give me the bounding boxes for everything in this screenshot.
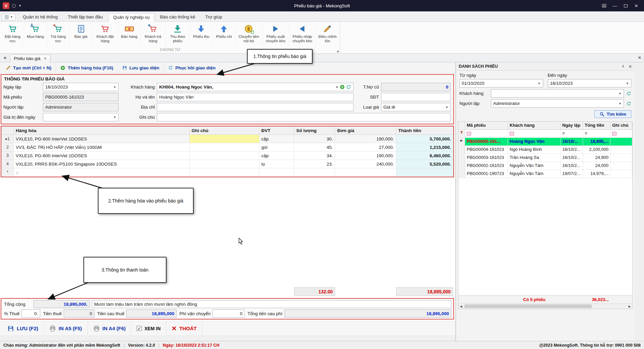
quick-access-icon[interactable] [12,4,16,8]
toolbar-mua-hang[interactable]: Mua hàng [24,23,47,48]
item-note-cell[interactable] [189,152,259,160]
filter-ghi-chu[interactable] [610,130,632,138]
item-total-cell[interactable]: 5,520,000. [396,160,453,168]
item-price-cell[interactable]: 240,000. [335,160,396,168]
ribbon-menu-button[interactable]: ▼ [2,14,15,20]
minimize-button[interactable]: — [610,2,620,10]
khach-hang-combo[interactable]: KH004, Hoàng Ngọc Vân, ▼ [157,83,353,91]
document-tab-phieu-bao-gia[interactable]: Phiếu báo giá ✕ [10,55,51,62]
item-price-cell[interactable]: 190,000. [335,152,396,160]
add-item-button[interactable]: Thêm hàng hóa (F10) [56,62,118,73]
scroll-right-icon[interactable]: ▶ [627,305,632,308]
dia-chi-field[interactable] [157,103,353,111]
ho-va-ten-field[interactable]: Hoàng Ngọc Vân [157,93,353,101]
tien-thue-field[interactable]: 0 [64,309,94,317]
col-dvt[interactable]: ĐVT [259,127,294,135]
refresh-customer-icon[interactable] [346,84,351,90]
new-item-name-cell[interactable]: -; [14,168,190,177]
filter-khach-hang[interactable] [508,130,561,138]
toolbar-thu-theo-phieu[interactable]: Thu theo phiếu [166,23,190,48]
item-total-cell[interactable]: 1,215,000. [396,143,453,152]
print-preview-checkbox[interactable]: ✓ XEM IN [131,321,166,336]
print-a5-button[interactable]: IN A5 (F5) [44,321,87,336]
item-name-cell[interactable]: VV3, ĐẶC TRỊ HÔ HẤP (Việt Viễn) 100GM [14,143,190,152]
grid-row[interactable]: PBG00002-161023 Nguyễn Văn Tám 16/10/2..… [458,162,632,170]
item-qty-cell[interactable]: 23. [294,160,335,168]
filter-tong-tien[interactable]: = [583,130,610,138]
search-button[interactable]: Tìm kiếm [594,110,631,118]
grid-col-tong-tien[interactable]: Tổng tiền [583,122,610,130]
loai-gia-combo[interactable]: Giá lẻ▼ [381,103,451,111]
toolbar-bao-gia[interactable]: Báo giá [70,23,92,48]
tien-sau-thue-field[interactable]: 18,895,000 [126,309,177,317]
toolbar-ban-hang[interactable]: Bán hàng [118,23,141,48]
phi-van-chuyen-field[interactable]: 0 [212,309,245,317]
item-price-cell[interactable]: 27,000. [335,143,396,152]
scroll-left-icon[interactable]: ◀ [458,305,464,308]
exit-button[interactable]: THOÁT [166,321,202,336]
pin-icon[interactable] [621,64,625,69]
tab-close-icon[interactable]: ✕ [44,56,47,61]
restore-layout-button[interactable]: Phục hồi giao diện [164,62,220,73]
panel-nguoi-lap-combo[interactable]: Administrator▼ [491,99,624,108]
new-item-row[interactable]: * -; [2,168,453,177]
tu-ngay-combo[interactable]: 01/10/2020▼ [459,79,543,88]
toolbar-chuyen-tien-noi-bo[interactable]: Chuyển tiền nội bộ [236,23,262,48]
thue-pct-field[interactable]: 0. [21,309,40,317]
grid-row[interactable]: PBG00003-161023 Trần Hoàng Sa 16/10/2...… [458,154,632,162]
ngay-lap-combo[interactable]: 16/10/2023▼ [43,83,119,91]
t-no-cu-field[interactable]: 0 [381,83,451,91]
nguoi-lap-field[interactable]: Administrator [43,103,119,111]
grid-col-ghi-chu[interactable]: Ghi chú [610,122,632,130]
grid-col-ma-phieu[interactable]: Mã phiếu [465,122,508,130]
toolbar-phieu-thu[interactable]: Phiếu thu [190,23,213,48]
ghi-chu-field[interactable] [157,113,451,121]
amount-in-words-field[interactable]: Mười tám triệu tám trăm chín mươi lăm ng… [92,300,451,308]
panel-close-icon[interactable]: ✕ [629,64,632,69]
item-note-cell[interactable] [189,160,259,168]
item-unit-cell[interactable]: lọ [259,160,294,168]
group-dialog-launcher-icon[interactable]: ◢ [336,49,339,53]
refresh-icon[interactable] [627,91,631,96]
col-don-gia[interactable]: Đơn giá [335,127,396,135]
item-note-cell[interactable] [189,135,259,143]
save-layout-button[interactable]: Lưu giao diện [118,62,164,73]
horizontal-scrollbar[interactable]: ◀ ▶ [458,303,632,309]
toolbar-dieu-chinh-ton[interactable]: Điều chỉnh tồn [316,23,339,48]
item-qty-cell[interactable]: 30. [294,135,335,143]
ribbon-tab-quan-ly-nghiep-vu[interactable]: Quản lý nghiệp vụ [108,13,155,22]
close-button[interactable]: ✕ [631,2,641,10]
grid-col-khach-hang[interactable]: Khách hàng [508,122,561,130]
toolbar-phieu-nhap-chuyen-kho[interactable]: Phiếu nhập chuyển kho [289,23,316,48]
refresh-icon[interactable] [627,101,631,106]
col-so-luong[interactable]: Số lượng [294,127,335,135]
item-name-cell[interactable]: VXLE20, PRRS BSK-PS100 Singapore 10DOSES [14,160,190,168]
ribbon-tab-tro-giup[interactable]: Trợ giúp [201,13,227,21]
col-hang-hoa[interactable]: Hàng hóa [14,127,190,135]
gia-tri-den-ngay-combo[interactable]: ▼ [43,113,119,121]
tong-cong-field[interactable]: 18,895,000. [34,300,90,308]
item-unit-cell[interactable]: cặp [259,152,294,160]
toolbar-dat-hang-ncc[interactable]: Đặt hàng ncc [1,23,24,48]
item-name-cell[interactable]: VXLE10, PG-600 InterVet 1DOSES [14,152,190,160]
toolbar-tra-hang-ncc[interactable]: Trả hàng ncc [47,23,70,48]
sdt-field[interactable] [381,93,451,101]
grid-row-selected[interactable]: ▶ PBG00005-161... Hoàng Ngọc Vân 16/10/.… [458,138,632,146]
ribbon-tab-quan-tri-he-thong[interactable]: Quản trị hệ thống [18,13,62,21]
col-thanh-tien[interactable]: Thành tiền [396,127,453,135]
print-a4-button[interactable]: IN A4 (F6) [88,321,131,336]
den-ngay-combo[interactable]: 16/10/2023▼ [548,79,632,88]
item-note-cell[interactable] [189,143,259,152]
grid-row[interactable]: PBG00001-190723 Nguyễn Văn Tám 19/07/2..… [458,170,632,178]
item-total-cell[interactable]: 5,700,000. [396,135,453,143]
filter-ngay-lap[interactable]: = [561,130,583,138]
col-ghi-chu[interactable]: Ghi chú [189,127,259,135]
quick-access-caret-icon[interactable]: ▼ [18,4,21,7]
item-qty-cell[interactable]: 34. [294,152,335,160]
save-button[interactable]: LƯU (F2) [2,321,44,336]
item-total-cell[interactable]: 6,460,000. [396,152,453,160]
toolbar-khach-tra-hang[interactable]: Khách trả hàng [141,23,166,48]
filter-ma-phieu[interactable] [465,130,508,138]
maximize-button[interactable] [621,2,631,10]
toolbar-phieu-xuat-chuyen-kho[interactable]: Phiếu xuất chuyển kho [262,23,289,48]
